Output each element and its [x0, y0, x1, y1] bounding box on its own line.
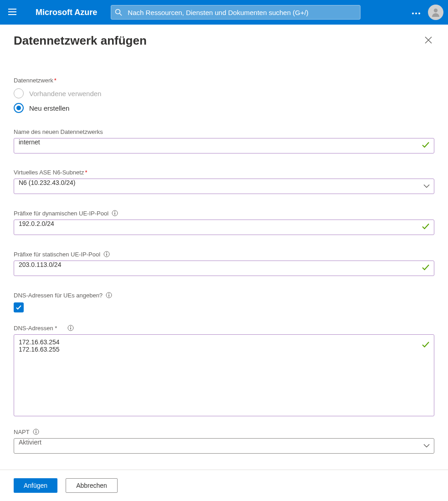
page-content: Datennetzwerk anfügen Datennetzwerk* Vor… [0, 25, 448, 470]
info-icon[interactable] [32, 428, 40, 435]
checkmark-icon [422, 264, 430, 273]
page-title: Datennetzwerk anfügen [14, 34, 422, 48]
name-label: Name des neuen Datennetzwerks [14, 128, 434, 135]
svg-point-22 [36, 430, 36, 431]
info-icon[interactable] [67, 324, 74, 332]
person-icon [430, 7, 441, 18]
svg-point-2 [412, 12, 414, 14]
svg-point-4 [418, 12, 420, 14]
subnet-select[interactable]: N6 (10.232.43.0/24) [14, 179, 434, 194]
stat-prefix-label: Präfixe für statischen UE-IP-Pool [14, 250, 434, 258]
napt-select[interactable]: Aktiviert [14, 438, 434, 454]
cancel-button[interactable]: Abbrechen [66, 478, 118, 493]
radio-existing[interactable]: Vorhandene verwenden [14, 88, 434, 98]
radio-existing-label: Vorhandene verwenden [29, 90, 101, 97]
dyn-prefix-input[interactable]: 192.0.2.0/24 [14, 220, 434, 235]
checkmark-icon [422, 223, 430, 232]
top-header: Microsoft Azure Nach Ressourcen, Dienste… [0, 0, 448, 25]
svg-line-1 [120, 14, 122, 16]
global-search[interactable]: Nach Ressourcen, Diensten und Dokumenten… [111, 5, 360, 20]
svg-point-5 [434, 9, 438, 12]
radio-icon [14, 103, 24, 113]
search-icon [115, 9, 122, 16]
stat-prefix-input[interactable]: 203.0.113.0/24 [14, 261, 434, 276]
dns-addresses-textarea[interactable]: 172.16.63.254 172.16.63.255 [14, 334, 434, 416]
radio-new-label: Neu erstellen [29, 104, 69, 112]
datennetzwerk-label: Datennetzwerk* [14, 77, 434, 84]
attach-button[interactable]: Anfügen [14, 478, 57, 493]
chevron-down-icon [423, 183, 430, 190]
footer: Anfügen Abbrechen [0, 470, 448, 501]
checkmark-icon [422, 341, 430, 350]
info-icon[interactable] [111, 210, 118, 217]
napt-label: NAPT [14, 428, 434, 435]
svg-point-16 [108, 293, 109, 294]
more-icon[interactable] [409, 6, 423, 19]
checkmark-icon [15, 304, 22, 311]
close-icon[interactable] [422, 34, 434, 47]
dns-addresses-label: DNS-Adressen * [14, 324, 434, 332]
dns-toggle-label: DNS-Adressen für UEs angeben? [14, 291, 434, 299]
avatar[interactable] [428, 5, 443, 20]
svg-point-3 [415, 12, 417, 14]
radio-icon [14, 88, 24, 98]
svg-point-0 [116, 10, 120, 14]
svg-point-10 [114, 211, 115, 212]
radio-new[interactable]: Neu erstellen [14, 103, 434, 113]
name-input[interactable]: internet [14, 138, 434, 153]
subnet-label: Virtuelles ASE N6-Subnetz* [14, 169, 434, 176]
checkmark-icon [422, 141, 430, 151]
svg-point-19 [70, 326, 71, 327]
hamburger-icon[interactable] [5, 6, 19, 19]
search-placeholder: Nach Ressourcen, Diensten und Dokumenten… [128, 9, 308, 16]
chevron-down-icon [423, 443, 430, 450]
info-icon[interactable] [105, 291, 113, 299]
svg-point-13 [106, 252, 107, 253]
brand-label[interactable]: Microsoft Azure [36, 8, 97, 17]
dyn-prefix-label: Präfixe für dynamischen UE-IP-Pool [14, 210, 434, 217]
info-icon[interactable] [103, 250, 110, 258]
dns-toggle-checkbox[interactable] [14, 302, 24, 312]
